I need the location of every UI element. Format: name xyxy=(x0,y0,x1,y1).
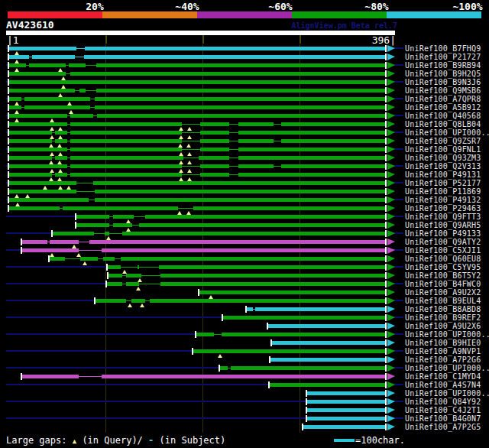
bar-arrow-icon xyxy=(387,213,395,220)
hit-label[interactable]: UniRef100_B9N3J6 xyxy=(405,78,489,86)
bar-start-tick xyxy=(8,45,9,52)
subject-gap-dash-icon xyxy=(67,149,70,150)
alignment-bar[interactable] xyxy=(199,291,386,294)
alignment-bar[interactable] xyxy=(247,307,386,311)
bar-end-tick xyxy=(385,112,387,119)
hit-label[interactable]: UniRef100_Q9FTT3 xyxy=(405,213,489,221)
alignment-bar[interactable] xyxy=(220,366,386,370)
hit-label[interactable]: UniRef100_P21727 xyxy=(405,53,489,61)
bar-start-tick xyxy=(21,373,22,380)
alignment-bar[interactable] xyxy=(307,391,386,395)
hit-label[interactable]: UniRef100_B9RB94 xyxy=(405,61,489,70)
hit-label[interactable]: UniRef100_C1MYD4 xyxy=(405,372,489,381)
hit-label[interactable]: UniRef100_Q84Y92 xyxy=(405,398,489,406)
hit-label[interactable]: UniRef100_Q93ZM3 xyxy=(405,154,489,162)
alignment-bar[interactable] xyxy=(272,341,386,345)
alignment-bar[interactable] xyxy=(193,349,386,353)
hit-label[interactable]: UniRef100_UPI000.. xyxy=(405,330,489,339)
hit-label[interactable]: UniRef100_A7P2G6 xyxy=(405,355,489,364)
hit-label[interactable]: UniRef100_UPI000.. xyxy=(405,364,489,372)
hit-label[interactable]: UniRef100_P49133 xyxy=(405,229,489,238)
hit-label[interactable]: UniRef100_A9U2X2 xyxy=(405,288,489,297)
alignment-bar[interactable] xyxy=(96,299,386,303)
alignment-bar[interactable] xyxy=(223,316,386,320)
bar-end-tick xyxy=(385,79,387,86)
hit-label[interactable]: UniRef100_Q9FNL1 xyxy=(405,145,489,154)
alignment-bar[interactable] xyxy=(303,425,386,429)
bar-arrow-icon xyxy=(387,121,395,128)
hit-label[interactable]: UniRef100_A5B912 xyxy=(405,103,489,112)
hit-label[interactable]: UniRef100_A9NVP1 xyxy=(405,347,489,355)
alignment-bar[interactable] xyxy=(76,215,386,219)
alignment-row: UniRef100_Q93ZM3 xyxy=(0,154,489,162)
hit-label[interactable]: UniRef100_UPI000.. xyxy=(405,389,489,398)
alignment-bar[interactable] xyxy=(22,240,386,244)
hit-label[interactable]: UniRef100_Q9ZSR7 xyxy=(405,137,489,145)
hit-label[interactable]: UniRef100_B8ABD8 xyxy=(405,305,489,313)
alignment-bar[interactable] xyxy=(9,80,386,84)
alignment-bar[interactable] xyxy=(270,358,386,362)
scale-100char-label: =100char. xyxy=(355,435,405,446)
hit-label[interactable]: UniRef100_P49131 xyxy=(405,170,489,179)
alignment-row: UniRef100_A5B912 xyxy=(0,103,489,112)
alignment-bar[interactable] xyxy=(9,198,386,202)
hit-label[interactable]: UniRef100_P11869 xyxy=(405,187,489,196)
hit-label[interactable]: UniRef100_A9U2X6 xyxy=(405,322,489,330)
subject-gap-dash-icon xyxy=(52,157,55,158)
alignment-row: UniRef100_Q40568 xyxy=(0,112,489,120)
hit-label[interactable]: UniRef100_C4J2T1 xyxy=(405,406,489,414)
hit-label[interactable]: UniRef100_Q9ARH5 xyxy=(405,221,489,229)
alignment-bar[interactable] xyxy=(9,181,386,185)
hit-label[interactable]: UniRef100_P49132 xyxy=(405,196,489,204)
hit-label[interactable]: UniRef100_B4G0N7 xyxy=(405,414,489,423)
alignment-bar[interactable] xyxy=(9,206,386,210)
bar-arrow-icon xyxy=(387,188,395,195)
alignment-bar[interactable] xyxy=(9,114,386,118)
hit-label[interactable]: UniRef100_C5XJI1 xyxy=(405,246,489,255)
subject-gap-dash-icon xyxy=(66,73,70,74)
bar-arrow-icon xyxy=(387,163,395,170)
subject-gap-dash-icon xyxy=(253,309,255,310)
hit-label[interactable]: UniRef100_B9HIE0 xyxy=(405,339,489,347)
hit-label[interactable]: UniRef100_A4S7N4 xyxy=(405,381,489,389)
hit-label[interactable]: UniRef100_Q40568 xyxy=(405,112,489,120)
hit-label[interactable]: UniRef100_B6T5Y2 xyxy=(405,271,489,280)
hit-label[interactable]: UniRef100_A7QPR8 xyxy=(405,95,489,103)
bar-arrow-icon xyxy=(387,154,395,161)
alignment-bar[interactable] xyxy=(9,47,386,50)
alignment-bar[interactable] xyxy=(270,383,386,387)
hit-label[interactable]: UniRef100_B7FHQ9 xyxy=(405,44,489,53)
hit-label[interactable]: UniRef100_Q60EU8 xyxy=(405,255,489,263)
alignment-bar[interactable] xyxy=(9,97,386,101)
hit-label[interactable]: UniRef100_UPI000.. xyxy=(405,128,489,137)
alignment-bar[interactable] xyxy=(307,417,386,420)
alignment-row: UniRef100_Q9ARH5 xyxy=(0,221,489,229)
hit-label[interactable]: UniRef100_Q8LB04 xyxy=(405,120,489,128)
alignment-bar[interactable] xyxy=(9,190,386,193)
subject-gap-dash-icon xyxy=(182,132,200,133)
hit-label[interactable]: UniRef100_Q9MSB6 xyxy=(405,86,489,95)
alignment-bar[interactable] xyxy=(9,106,386,109)
hit-label[interactable]: UniRef100_A7P2G5 xyxy=(405,423,489,431)
alignment-bar[interactable] xyxy=(307,400,386,404)
hit-label[interactable]: UniRef100_B9EUL4 xyxy=(405,297,489,305)
subject-gap-dash-icon xyxy=(52,132,55,133)
hit-label[interactable]: UniRef100_Q9ATY2 xyxy=(405,238,489,246)
similarity-scale-bar: 20%~40%~60%~80%~100% xyxy=(0,0,489,20)
hit-label[interactable]: UniRef100_C5YV95 xyxy=(405,263,489,271)
alignment-bar[interactable] xyxy=(22,375,386,378)
hit-label[interactable]: UniRef100_B4FWC0 xyxy=(405,280,489,288)
hit-label[interactable]: UniRef100_P29463 xyxy=(405,204,489,213)
hit-label[interactable]: UniRef100_Q2V313 xyxy=(405,162,489,170)
alignment-bar[interactable] xyxy=(307,408,386,412)
alignment-bar[interactable] xyxy=(9,55,386,59)
hit-label[interactable]: UniRef100_B9H2Q5 xyxy=(405,70,489,78)
alignment-bar[interactable] xyxy=(22,248,386,252)
hit-label[interactable]: UniRef100_B9REF2 xyxy=(405,313,489,322)
alignment-bar[interactable] xyxy=(76,223,386,227)
alignment-bar[interactable] xyxy=(9,89,386,93)
hit-label[interactable]: UniRef100_P52177 xyxy=(405,179,489,187)
subject-gap-dash-icon xyxy=(52,141,55,141)
alignment-bar[interactable] xyxy=(196,333,386,336)
alignment-bar[interactable] xyxy=(268,324,386,328)
